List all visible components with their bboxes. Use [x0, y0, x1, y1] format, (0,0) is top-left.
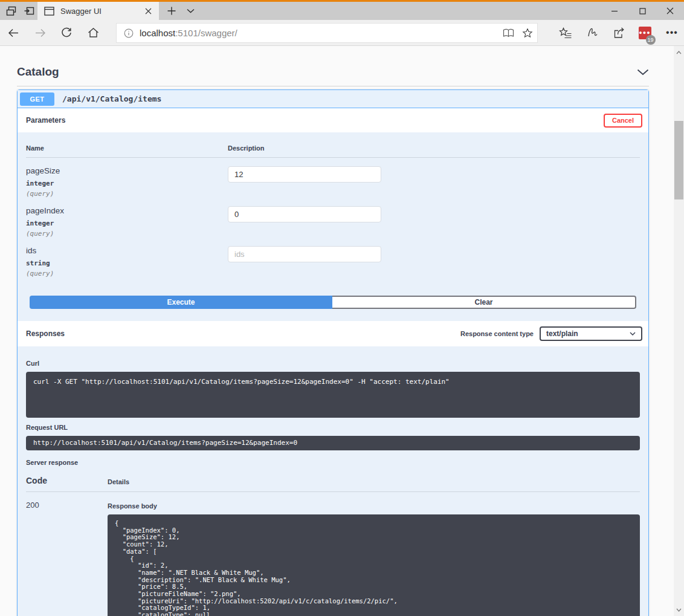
response-table-header: Code Details — [26, 476, 640, 492]
clear-button[interactable]: Clear — [332, 296, 636, 309]
browser-tab-swagger-ui[interactable]: Swagger UI — [37, 2, 159, 20]
set-aside-tabs-icon — [5, 5, 17, 17]
extension-badge: 19 — [646, 35, 656, 45]
settings-more-button[interactable]: ••• — [661, 20, 683, 45]
param-row-pagesize: pageSize integer (query) — [26, 158, 640, 198]
request-url-label: Request URL — [26, 424, 640, 431]
tab-title: Swagger UI — [60, 7, 142, 16]
responses-body: Curl curl -X GET "http://localhost:5101/… — [18, 346, 648, 616]
back-arrow-icon — [7, 27, 20, 39]
parameters-header: Parameters Cancel — [18, 108, 648, 132]
param-type: string — [26, 259, 228, 267]
param-name: pageIndex — [26, 206, 228, 215]
reading-view-button[interactable] — [498, 24, 518, 42]
section-divider — [17, 86, 649, 86]
execute-button[interactable]: Execute — [30, 296, 332, 309]
param-location: (query) — [26, 190, 228, 198]
cancel-button[interactable]: Cancel — [604, 114, 642, 128]
column-header-description: Description — [228, 144, 265, 152]
scrollbar-thumb[interactable] — [674, 121, 683, 199]
share-icon — [613, 27, 625, 39]
catalog-section-header[interactable]: Catalog — [17, 64, 649, 80]
response-body-json: { "pageIndex": 0, "pageSize": 12, "count… — [115, 520, 633, 616]
address-bar[interactable]: localhost:5101/swagger/ — [116, 23, 538, 43]
status-code: 200 — [26, 501, 108, 616]
section-collapse-chevron-icon[interactable] — [637, 69, 649, 76]
param-location: (query) — [26, 230, 228, 238]
close-icon — [145, 8, 152, 15]
response-content-type-label: Response content type — [460, 330, 534, 337]
pageindex-input[interactable] — [228, 206, 381, 222]
scroll-up-button[interactable] — [674, 47, 684, 57]
response-content-type-group: Response content type text/plain — [460, 326, 642, 341]
server-response-label: Server response — [26, 459, 640, 466]
parameters-table-header: Name Description — [26, 144, 640, 158]
operation-summary[interactable]: GET /api/v1/Catalog/items — [18, 90, 648, 108]
chevron-up-icon — [676, 51, 682, 54]
star-icon — [522, 28, 533, 39]
refresh-button[interactable] — [56, 20, 77, 45]
request-url-block: http://localhost:5101/api/v1/Catalog/ite… — [26, 436, 640, 450]
page-icon — [44, 7, 54, 16]
param-location: (query) — [26, 270, 228, 277]
new-tab-button[interactable] — [163, 2, 181, 20]
param-row-ids: ids string (query) — [26, 238, 640, 277]
pagesize-input[interactable] — [228, 166, 381, 183]
chevron-down-icon — [187, 8, 195, 13]
response-body-label: Response body — [108, 502, 640, 510]
method-badge: GET — [20, 92, 54, 106]
extension-dots: ●●● — [639, 30, 650, 36]
content-type-select[interactable]: text/plain — [540, 326, 642, 341]
browser-toolbar: localhost:5101/swagger/ — [0, 20, 684, 46]
more-icon: ••• — [666, 27, 678, 38]
get-operation-block: GET /api/v1/Catalog/items Parameters Can… — [17, 89, 649, 616]
minimize-button[interactable] — [601, 2, 628, 20]
responses-title: Responses — [26, 329, 65, 338]
param-value-cell — [228, 166, 381, 198]
favorites-hub-button[interactable] — [555, 20, 576, 45]
home-button[interactable] — [83, 20, 103, 45]
favorites-hub-icon — [559, 27, 572, 39]
param-row-pageindex: pageIndex integer (query) — [26, 198, 640, 238]
close-window-button[interactable] — [656, 2, 684, 20]
extension-button[interactable]: ●●● 19 — [634, 20, 656, 45]
column-header-name: Name — [26, 144, 228, 152]
param-name: pageSize — [26, 166, 228, 175]
column-header-code: Code — [26, 476, 108, 485]
curl-label: Curl — [26, 360, 640, 367]
maximize-icon — [639, 8, 646, 15]
book-icon — [503, 28, 514, 37]
chevron-down-icon — [630, 332, 636, 336]
extension-tile-icon: ●●● 19 — [639, 27, 651, 39]
param-name-cell: pageSize integer (query) — [26, 166, 228, 198]
swagger-container: Catalog GET /api/v1/Catalog/items Parame… — [17, 64, 649, 616]
param-type: integer — [26, 180, 228, 187]
forward-arrow-icon — [34, 27, 47, 39]
responses-header: Responses Response content type text/pla… — [18, 321, 648, 346]
tab-close-button[interactable] — [142, 5, 154, 17]
web-notes-button[interactable] — [581, 20, 603, 45]
url-text[interactable]: localhost:5101/swagger/ — [140, 28, 237, 38]
tab-preview-toggle[interactable] — [181, 2, 199, 20]
url-path: :5101/swagger/ — [175, 28, 237, 38]
content-type-value: text/plain — [546, 329, 578, 338]
page-scrollbar[interactable] — [674, 46, 684, 616]
minimize-icon — [611, 7, 618, 15]
site-info-icon[interactable] — [124, 28, 134, 38]
forward-button[interactable] — [30, 20, 50, 45]
ids-input[interactable] — [228, 246, 381, 262]
parameters-body: Name Description pageSize integer (query… — [18, 132, 648, 321]
set-aside-tabs-button[interactable] — [2, 2, 20, 20]
maximize-button[interactable] — [628, 2, 656, 20]
execute-row: Execute Clear — [30, 296, 636, 309]
tab-bar: Swagger UI — [0, 2, 684, 20]
restore-tabs-button[interactable] — [20, 2, 38, 20]
scroll-down-button[interactable] — [674, 605, 684, 615]
restore-tabs-icon — [24, 5, 35, 17]
back-button[interactable] — [3, 20, 24, 45]
share-button[interactable] — [608, 20, 630, 45]
column-header-details: Details — [108, 478, 129, 485]
add-favorite-button[interactable] — [518, 24, 537, 42]
refresh-icon — [60, 27, 73, 39]
home-icon — [87, 27, 100, 39]
